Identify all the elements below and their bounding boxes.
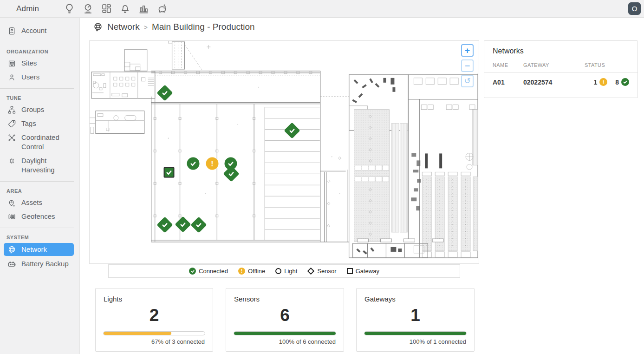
lights-progress-track [103,331,205,335]
check-icon [165,169,173,177]
lights-nav-button[interactable] [62,2,76,16]
lightbulb-icon [64,3,75,14]
occupancy-sensor-icon [82,3,94,14]
lights-count: 2 [96,306,213,325]
connected-count: 8 [615,79,619,86]
sidebar-item-label: Network [21,245,47,254]
legend-label: Offline [248,268,265,275]
offline-count: 1 [593,79,597,86]
map-zoom-controls: + − ↺ [461,44,474,87]
app-title: Admin [16,4,39,13]
map-marker-light[interactable]: ! [206,157,219,170]
reports-nav-button[interactable] [137,2,150,16]
network-table-row[interactable]: A01 02022574 1 ! 8 [484,72,637,91]
reset-view-button[interactable]: ↺ [461,75,474,87]
sidebar-divider [0,228,74,228]
dashboard-icon [101,3,112,14]
map-legend: Connected ! Offline Light Sensor Gateway [108,264,460,278]
map-marker-sensor[interactable] [223,166,240,182]
sidebar-item-geofences[interactable]: Geofences [0,210,79,223]
lights-caption: 67% of 3 connected [104,338,205,345]
check-icon [189,160,197,168]
gateways-card: Gateways 1 100% of 1 connected [356,288,475,352]
globe-icon [7,245,16,254]
sidebar-item-coordinated-control[interactable]: Coordinated Control [0,131,79,154]
gateways-progress-fill [364,332,466,335]
notifications-nav-button[interactable] [118,2,132,16]
sidebar-item-label: Account [21,26,46,35]
map-marker-sensor[interactable] [175,216,191,233]
sidebar-item-label: Assets [21,198,42,207]
check-icon [161,221,169,229]
sidebar-item-assets[interactable]: Assets [0,196,79,210]
coordinated-control-icon [7,133,16,142]
breadcrumb-network-link[interactable]: Network [107,22,140,32]
sidebar-item-account[interactable]: Account [0,24,79,38]
dashboard-nav-button[interactable] [99,2,113,16]
battery-icon [7,260,16,269]
column-header-name: NAME [493,62,523,68]
map-marker-sensor[interactable] [284,123,300,139]
check-icon [179,221,187,229]
sidebar-section-organization: ORGANIZATION [0,43,79,56]
legend-item-offline: ! Offline [238,268,265,275]
sensors-progress-track [234,331,336,335]
sidebar-divider [0,42,74,42]
map-marker-gateway[interactable] [163,166,176,179]
topbar: Admin O [0,0,644,18]
check-circle-icon [621,78,629,86]
tag-icon [7,119,16,128]
map-marker-sensor[interactable] [157,85,173,101]
energy-savings-nav-button[interactable] [155,2,169,16]
sidebar-item-label: Groups [21,105,44,114]
sidebar-section-tune: TUNE [0,90,79,103]
circle-outline-icon [275,268,281,274]
sidebar-item-groups[interactable]: Groups [0,103,79,117]
sidebar: Account ORGANIZATION Sites Users TUNE Gr… [0,18,80,354]
sensors-caption: 100% of 6 connected [234,338,336,345]
marker-layer: ! [90,41,479,263]
diamond-outline-icon [307,268,315,275]
user-avatar-button[interactable]: O [628,2,641,15]
lights-progress-fill [104,332,171,335]
column-header-gateway: GATEWAY [523,62,585,68]
sidebar-item-label: Sites [21,59,37,68]
sun-icon [7,157,16,165]
sensors-count: 6 [226,306,344,325]
check-icon [228,170,235,178]
network-status: 1 ! 8 [585,78,629,86]
card-title: Gateways [357,288,474,303]
sidebar-item-sites[interactable]: Sites [0,56,79,70]
sidebar-item-tags[interactable]: Tags [0,117,79,131]
legend-item-gateway: Gateway [347,268,379,275]
map-marker-light[interactable] [187,157,200,170]
check-icon [288,127,296,135]
sidebar-divider [0,181,74,182]
sensors-nav-button[interactable] [81,2,95,16]
sidebar-item-battery-backup[interactable]: Battery Backup [0,257,79,271]
breadcrumb: Network > Main Building - Production [93,22,255,32]
gateways-progress-track [364,331,467,335]
sidebar-item-daylight-harvesting[interactable]: Daylight Harvesting [0,154,79,177]
topbar-icon-menu [62,2,169,16]
card-title: Sensors [226,288,344,303]
legend-label: Light [284,268,297,275]
floor-plan-map[interactable]: ! + − ↺ [89,40,479,264]
network-gateway: 02022574 [523,79,585,86]
map-marker-sensor[interactable] [157,217,173,233]
breadcrumb-separator: > [144,24,148,31]
map-pin-plus-icon [7,198,16,207]
bar-chart-icon [138,3,150,14]
gateways-count: 1 [357,306,474,325]
warning-circle-icon: ! [599,78,607,86]
map-marker-sensor[interactable] [191,217,207,233]
fence-icon [7,212,16,221]
column-header-status: STATUS [585,62,629,68]
zoom-out-button[interactable]: − [461,59,474,72]
person-icon [7,73,16,82]
sidebar-item-users[interactable]: Users [0,70,79,84]
networks-panel: Networks NAME GATEWAY STATUS A01 0202257… [484,40,638,98]
sidebar-item-network[interactable]: Network [4,243,74,256]
zoom-in-button[interactable]: + [461,44,474,57]
legend-label: Sensor [317,268,336,275]
